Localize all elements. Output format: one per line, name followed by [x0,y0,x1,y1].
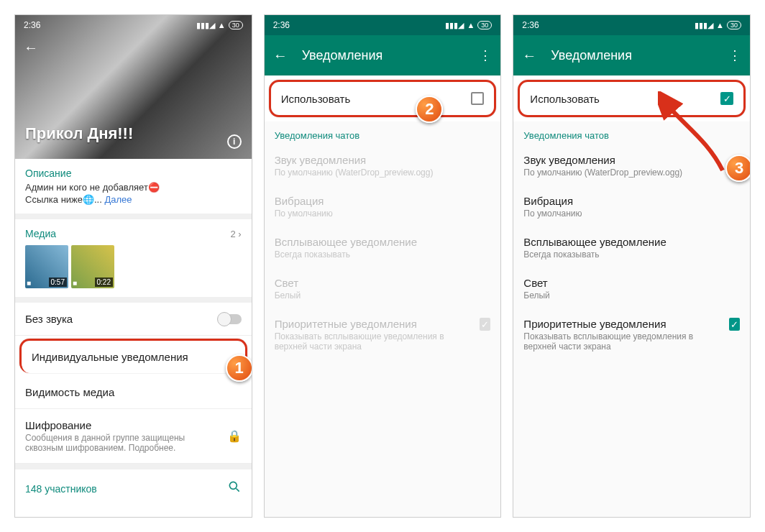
thumb-duration: 0:57 [49,278,67,287]
priority-checkbox[interactable]: ✓ [729,318,740,331]
vibration-row: Вибрация По умолчанию [265,186,501,227]
admin-note: Админ ни кого не добавляет⛔ [25,182,242,193]
signal-icon: ▮▮▮◢ [445,21,464,30]
media-thumb-2[interactable]: ■ 0:22 [71,245,114,288]
screen-title: Уведомления [551,48,714,63]
battery-icon: 30 [477,21,492,29]
back-button[interactable]: ← [273,47,288,64]
priority-row: Приоритетные уведомления Показывать вспл… [265,309,501,360]
signal-icon: ▮▮▮◢ [196,21,215,30]
encryption-label: Шифрование [25,419,205,431]
use-custom-row[interactable]: Использовать [269,80,497,117]
encryption-sub: Сообщения в данной группе защищены сквоз… [25,433,205,453]
media-thumb-1[interactable]: ■ 0:57 [25,245,68,288]
media-label: Медиа [25,228,56,239]
overflow-menu-icon[interactable]: ⋮ [728,47,741,63]
status-icons: ▮▮▮◢ ▲ 30 [695,21,741,30]
screen-notifications-disabled: 2:36 ▮▮▮◢ ▲ 30 ← Уведомления ⋮ Использов… [264,14,502,518]
battery-icon: 30 [727,21,741,29]
status-icons: ▮▮▮◢ ▲ 30 [196,21,243,30]
use-label: Использовать [281,93,351,105]
sound-row[interactable]: Звук уведомления По умолчанию (WaterDrop… [513,145,750,186]
wifi-icon: ▲ [467,21,475,29]
status-time: 2:36 [273,20,290,30]
thumb-duration: 0:22 [95,278,113,287]
app-bar: ← Уведомления ⋮ [265,35,501,75]
participants-count: 148 участников [25,483,97,495]
battery-icon: 30 [229,21,243,29]
search-icon[interactable] [227,480,242,497]
description-section[interactable]: Описание Админ ни кого не добавляет⛔ Ссы… [15,159,252,219]
video-camera-icon: ■ [73,279,77,287]
chat-notifications-label: Уведомления чатов [265,121,501,145]
mute-toggle[interactable] [219,314,242,324]
video-camera-icon: ■ [27,279,31,287]
use-checkbox-unchecked[interactable] [471,92,484,105]
encryption-row[interactable]: Шифрование Сообщения в данной группе защ… [15,409,252,464]
back-button[interactable]: ← [522,47,536,64]
status-time: 2:36 [522,20,539,30]
back-button[interactable]: ← [24,40,38,56]
vibration-row[interactable]: Вибрация По умолчанию [513,186,750,227]
app-bar: ← Уведомления ⋮ [513,35,750,75]
screen-title: Уведомления [302,48,465,63]
step-badge-2: 2 [416,96,443,123]
status-bar: 2:36 ▮▮▮◢ ▲ 30 [265,15,501,35]
svg-line-1 [236,489,239,492]
media-visibility-row[interactable]: Видимость медиа [15,376,252,409]
overflow-menu-icon[interactable]: ⋮ [479,47,492,63]
status-time: 2:36 [24,20,40,30]
status-bar: 2:36 ▮▮▮◢ ▲ 30 [15,15,252,35]
use-label: Использовать [530,93,600,105]
popup-row[interactable]: Всплывающее уведомление Всегда показыват… [513,227,750,268]
media-thumbnails: ■ 0:57 ■ 0:22 [25,245,242,288]
media-section[interactable]: Медиа 2 › ■ 0:57 ■ 0:22 [15,219,252,303]
info-icon[interactable]: i [227,134,242,149]
light-row: Свет Белый [265,268,501,309]
participants-row[interactable]: 148 участников [15,469,252,508]
priority-row[interactable]: Приоритетные уведомления Показывать вспл… [513,309,750,360]
lock-icon: 🔒 [227,429,242,443]
screen-group-info: 2:36 ▮▮▮◢ ▲ 30 ← Прикол Дня!!! i Описани… [14,14,252,518]
step-badge-3: 3 [725,155,751,182]
status-bar: 2:36 ▮▮▮◢ ▲ 30 [513,15,750,35]
description-label: Описание [25,168,242,179]
svg-point-0 [229,482,237,489]
popup-row: Всплывающее уведомление Всегда показыват… [265,227,501,268]
status-icons: ▮▮▮◢ ▲ 30 [445,21,492,30]
light-row[interactable]: Свет Белый [513,268,750,309]
more-link[interactable]: Далее [104,194,132,205]
wifi-icon: ▲ [716,21,724,29]
media-count: 2 › [231,229,242,239]
chat-notifications-label: Уведомления чатов [513,121,750,145]
link-line: Ссылка ниже🌐... Далее [25,194,242,205]
group-header-image: 2:36 ▮▮▮◢ ▲ 30 ← Прикол Дня!!! i [15,15,252,159]
use-checkbox-checked[interactable]: ✓ [720,92,733,105]
signal-icon: ▮▮▮◢ [695,21,713,30]
wifi-icon: ▲ [218,21,226,29]
mute-label: Без звука [25,313,73,325]
sound-row: Звук уведомления По умолчанию (WaterDrop… [265,145,501,186]
custom-notifications-label: Индивидуальные уведомления [32,351,188,363]
media-visibility-label: Видимость медиа [25,386,114,398]
custom-notifications-row[interactable]: Индивидуальные уведомления [19,339,247,373]
step-badge-1: 1 [226,354,252,382]
use-custom-row[interactable]: Использовать ✓ [518,80,746,117]
mute-row[interactable]: Без звука [15,303,252,336]
group-title: Прикол Дня!!! [25,124,133,143]
screen-notifications-enabled: 2:36 ▮▮▮◢ ▲ 30 ← Уведомления ⋮ Использов… [513,14,751,518]
priority-checkbox: ✓ [480,318,490,331]
